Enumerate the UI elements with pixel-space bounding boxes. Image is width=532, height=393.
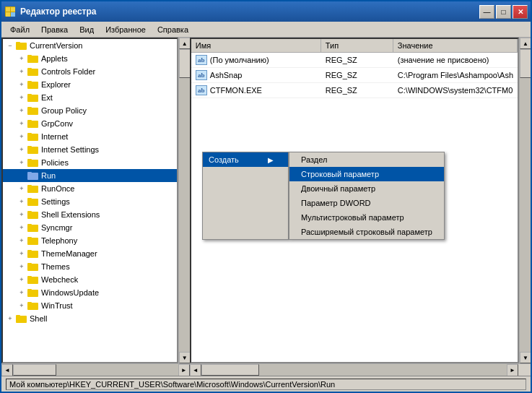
- expander-runonce: +: [16, 183, 27, 194]
- tree-vscroll-up[interactable]: ▲: [179, 38, 190, 49]
- right-vscroll[interactable]: ▲ ▼: [519, 38, 531, 363]
- menu-file[interactable]: Файл: [4, 24, 35, 35]
- tree-item-controls[interactable]: + Controls Folder: [3, 65, 177, 78]
- svg-rect-44: [27, 290, 38, 297]
- window-title: Редактор реестра: [20, 7, 479, 17]
- tree-label-runonce: RunOnce: [41, 184, 74, 193]
- tree-hscroll-thumb[interactable]: [13, 364, 56, 376]
- right-vscroll-thumb[interactable]: [520, 49, 531, 78]
- tree-item-internetsettings[interactable]: + Internet Settings: [3, 143, 177, 156]
- folder-icon-controls: [27, 66, 39, 77]
- folder-icon-wintrust: [27, 300, 39, 311]
- menu-favorites[interactable]: Избранное: [100, 24, 152, 35]
- expander-run: [16, 170, 27, 181]
- tree-item-runonce[interactable]: + RunOnce: [3, 182, 177, 195]
- svg-rect-22: [27, 147, 38, 154]
- expander-policies: +: [16, 157, 27, 168]
- svg-rect-19: [27, 120, 32, 121]
- tree-item-themes[interactable]: + Themes: [3, 260, 177, 273]
- menu-view[interactable]: Вид: [74, 24, 100, 35]
- right-hscroll-right[interactable]: ►: [507, 364, 518, 376]
- expander-explorer: +: [16, 79, 27, 90]
- tree-label-webcheck: Webcheck: [41, 275, 78, 284]
- tree-vscroll[interactable]: ▲ ▼: [178, 38, 190, 363]
- submenu-item-dword[interactable]: Параметр DWORD: [289, 196, 444, 210]
- tree-item-wintrust[interactable]: + WinTrust: [3, 299, 177, 312]
- tree-item-settings[interactable]: + Settings: [3, 195, 177, 208]
- submenu-item-expandstring[interactable]: Расширяемый строковый параметр: [289, 225, 444, 239]
- tree-label-thememanager: ThemeManager: [41, 249, 97, 258]
- tree-item-shell[interactable]: + Shell: [3, 312, 177, 325]
- submenu-item-multistring[interactable]: Мультистроковый параметр: [289, 210, 444, 225]
- right-content: Имя Тип Значение ab (По умолчанию): [190, 38, 519, 363]
- table-row[interactable]: ab CTFMON.EXE REG_SZ C:\WINDOWS\system32…: [191, 83, 518, 98]
- svg-rect-34: [27, 225, 38, 232]
- expander-internet: +: [16, 131, 27, 142]
- folder-icon-explorer: [27, 79, 39, 90]
- tree-vscroll-down[interactable]: ▼: [179, 352, 190, 363]
- tree-item-thememanager[interactable]: + ThemeManager: [3, 247, 177, 260]
- svg-rect-25: [27, 159, 32, 160]
- tree-item-telephony[interactable]: + Telephony: [3, 234, 177, 247]
- tree-item-grouppolicy[interactable]: + Group Policy: [3, 104, 177, 117]
- cell-name-1: ab AshSnap: [191, 69, 321, 81]
- expander-telephony: +: [16, 235, 27, 246]
- expander-themes: +: [16, 261, 27, 272]
- expander-controls: +: [16, 66, 27, 77]
- svg-rect-17: [27, 107, 32, 108]
- tree-label-themes: Themes: [41, 262, 70, 271]
- tree-label-wintrust: WinTrust: [41, 301, 73, 310]
- tree-label-explorer: Explorer: [41, 80, 71, 89]
- right-vscroll-up[interactable]: ▲: [520, 38, 531, 49]
- tree-item-ext[interactable]: + Ext: [3, 91, 177, 104]
- tree-item-windowsupdate[interactable]: + WindowsUpdate: [3, 286, 177, 299]
- table-row[interactable]: ab AshSnap REG_SZ C:\Program Files\Asham…: [191, 68, 518, 83]
- close-button[interactable]: ✕: [513, 5, 528, 19]
- right-pane-content: Имя Тип Значение ab (По умолчанию): [190, 38, 531, 363]
- tree-item-applets[interactable]: + Applets: [3, 52, 177, 65]
- submenu-item-binary[interactable]: Двоичный параметр: [289, 181, 444, 196]
- minimize-button[interactable]: —: [479, 5, 494, 19]
- tree-item-shellextensions[interactable]: + Shell Extensions: [3, 208, 177, 221]
- tree-item-internet[interactable]: + Internet: [3, 130, 177, 143]
- svg-rect-24: [27, 160, 38, 167]
- col-header-type[interactable]: Тип: [321, 39, 393, 52]
- svg-rect-9: [27, 55, 32, 56]
- tree-item-currentversion[interactable]: − CurrentVersion: [3, 39, 177, 52]
- tree-hscroll-right[interactable]: ►: [178, 364, 190, 376]
- svg-rect-27: [27, 172, 32, 173]
- tree-item-explorer[interactable]: + Explorer: [3, 78, 177, 91]
- expander-shellextensions: +: [16, 209, 27, 220]
- tree-vscroll-thumb[interactable]: [179, 49, 190, 78]
- tree-item-webcheck[interactable]: + Webcheck: [3, 273, 177, 286]
- submenu-item-razdel[interactable]: Раздел: [289, 152, 444, 167]
- col-header-name[interactable]: Имя: [191, 39, 321, 52]
- right-hscroll-left[interactable]: ◄: [190, 364, 201, 376]
- col-header-value[interactable]: Значение: [393, 39, 518, 52]
- svg-rect-28: [27, 186, 38, 193]
- svg-rect-4: [11, 12, 15, 17]
- svg-rect-38: [27, 251, 38, 258]
- menu-edit[interactable]: Правка: [35, 24, 74, 35]
- svg-rect-30: [27, 199, 38, 206]
- tree-item-run[interactable]: Run: [3, 169, 177, 182]
- svg-rect-49: [16, 315, 20, 316]
- tree-hscroll-left[interactable]: ◄: [1, 364, 13, 376]
- tree-item-syncmgr[interactable]: + Syncmgr: [3, 221, 177, 234]
- cell-value-2: C:\WINDOWS\system32\CTFM0: [393, 85, 518, 95]
- table-header: Имя Тип Значение: [191, 39, 518, 53]
- table-row[interactable]: ab (По умолчанию) REG_SZ (значение не пр…: [191, 53, 518, 68]
- cell-value-1: C:\Program Files\Ashampoo\Ash: [393, 70, 518, 80]
- menu-help[interactable]: Справка: [152, 24, 194, 35]
- svg-rect-35: [27, 224, 32, 225]
- svg-rect-40: [27, 264, 38, 271]
- tree-item-policies[interactable]: + Policies: [3, 156, 177, 169]
- maximize-button[interactable]: □: [496, 5, 511, 19]
- right-hscroll-thumb[interactable]: [201, 364, 259, 376]
- context-menu-create[interactable]: Создать ▶: [203, 152, 288, 167]
- right-vscroll-down[interactable]: ▼: [520, 352, 531, 363]
- tree-item-grpconv[interactable]: + GrpConv: [3, 117, 177, 130]
- tree-label-shell: Shell: [30, 314, 47, 323]
- submenu-item-string[interactable]: Строковый параметр: [289, 167, 444, 181]
- tree-label-telephony: Telephony: [41, 236, 77, 245]
